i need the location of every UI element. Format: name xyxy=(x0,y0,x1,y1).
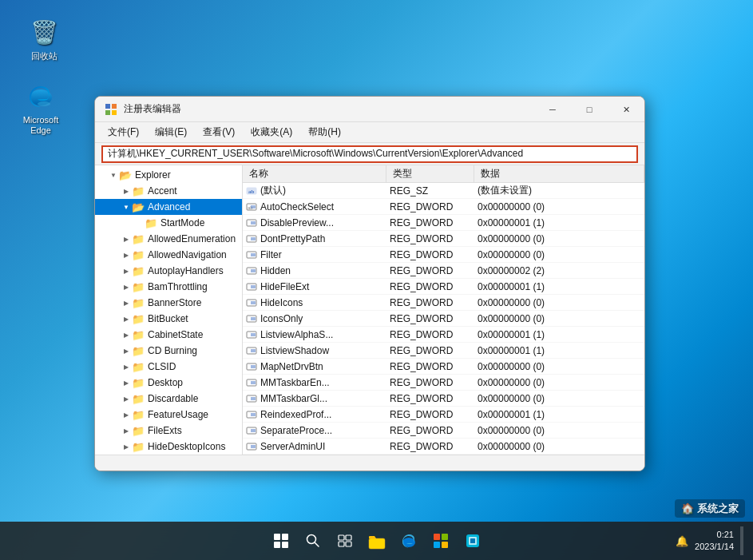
svg-rect-48 xyxy=(346,535,351,540)
value-row-separateproce[interactable]: SeparateProce... REG_DWORD 0x00000000 (0… xyxy=(243,423,644,439)
edge-image xyxy=(25,80,57,112)
value-row-hideicons[interactable]: HideIcons REG_DWORD 0x00000000 (0) xyxy=(243,295,644,311)
tree-item-featureusage[interactable]: ▶ 📁 FeatureUsage xyxy=(95,407,242,423)
tree-item-fileexts[interactable]: ▶ 📁 FileExts xyxy=(95,423,242,439)
svg-rect-24 xyxy=(251,317,256,320)
menu-edit[interactable]: 编辑(E) xyxy=(149,123,193,141)
tree-item-allowednavigation[interactable]: ▶ 📁 AllowedNavigation xyxy=(95,247,242,263)
reg-dword-icon-3 xyxy=(246,233,257,244)
tree-item-bamthrottling[interactable]: ▶ 📁 BamThrottling xyxy=(95,279,242,295)
explorer-taskbar-button[interactable] xyxy=(363,526,391,555)
svg-line-46 xyxy=(315,542,319,546)
svg-rect-38 xyxy=(251,429,256,432)
tree-item-allowedenumeration[interactable]: ▶ 📁 AllowedEnumeration xyxy=(95,231,242,247)
value-row-hidden[interactable]: Hidden REG_DWORD 0x00000002 (2) xyxy=(243,263,644,279)
col-data-header[interactable]: 数据 xyxy=(474,165,644,182)
taskview-button[interactable] xyxy=(331,526,359,555)
value-row-mmtasKbaren[interactable]: MMTaskbarEn... REG_DWORD 0x00000000 (0) xyxy=(243,375,644,391)
svg-point-1 xyxy=(38,101,50,106)
address-input[interactable] xyxy=(101,145,638,163)
notification-icon[interactable]: 🔔 xyxy=(676,535,688,547)
clock-date: 2023/1/14 xyxy=(695,541,734,553)
reg-dword-icon-11 xyxy=(246,361,257,372)
tree-item-clsid[interactable]: ▶ 📁 CLSID xyxy=(95,359,242,375)
reg-dword-icon-15 xyxy=(246,425,257,436)
edge-taskbar-button[interactable] xyxy=(394,526,423,555)
tree-item-explorer[interactable]: ▼ 📂 Explorer xyxy=(95,167,242,183)
svg-rect-3 xyxy=(112,104,117,109)
svg-rect-26 xyxy=(251,333,256,336)
tree-item-bannerstore[interactable]: ▶ 📁 BannerStore xyxy=(95,295,242,311)
svg-rect-40 xyxy=(251,445,256,448)
value-row-mmtaskbargl[interactable]: MMTaskbarGl... REG_DWORD 0x00000000 (0) xyxy=(243,391,644,407)
recycle-bin-icon[interactable]: 🗑️ 回收站 xyxy=(16,16,72,62)
value-row-default[interactable]: ab (默认) REG_SZ (数值未设置) xyxy=(243,183,644,199)
menu-help[interactable]: 帮助(H) xyxy=(302,123,347,141)
svg-rect-36 xyxy=(251,413,256,416)
svg-rect-56 xyxy=(442,542,448,548)
tree-item-hidedesktopicons[interactable]: ▶ 📁 HideDesktopIcons xyxy=(95,439,242,455)
svg-rect-10 xyxy=(251,205,256,209)
svg-rect-54 xyxy=(442,534,448,540)
reg-dword-icon-2 xyxy=(246,217,257,228)
taskbar-center xyxy=(267,526,487,555)
recycle-bin-image: 🗑️ xyxy=(28,16,60,48)
tree-item-cdburning[interactable]: ▶ 📁 CD Burning xyxy=(95,343,242,359)
svg-rect-5 xyxy=(112,110,117,115)
tree-item-desktop2[interactable]: ▶ 📁 Desktop xyxy=(95,375,242,391)
tree-panel: ▼ 📂 Explorer ▶ 📁 Accent ▼ 📂 Advanced xyxy=(95,165,243,455)
start-button[interactable] xyxy=(267,526,295,555)
reg-dword-icon-4 xyxy=(246,249,257,260)
content-area: ▼ 📂 Explorer ▶ 📁 Accent ▼ 📂 Advanced xyxy=(95,165,644,455)
tree-item-autoplayhandlers[interactable]: ▶ 📁 AutoplayHandlers xyxy=(95,263,242,279)
value-row-filter[interactable]: Filter REG_DWORD 0x00000000 (0) xyxy=(243,247,644,263)
tree-item-startmode[interactable]: 📁 StartMode xyxy=(95,215,242,231)
value-row-listviewalphas[interactable]: ListviewAlphaS... REG_DWORD 0x00000001 (… xyxy=(243,327,644,343)
menu-favorites[interactable]: 收藏夹(A) xyxy=(244,123,299,141)
svg-rect-34 xyxy=(251,397,256,400)
col-type-header[interactable]: 类型 xyxy=(386,165,474,182)
app-taskbar-button[interactable] xyxy=(458,526,487,555)
menu-view[interactable]: 查看(V) xyxy=(196,123,241,141)
minimize-button[interactable]: ─ xyxy=(534,97,571,122)
value-row-dontprettypath[interactable]: DontPrettyPath REG_DWORD 0x00000000 (0) xyxy=(243,231,644,247)
maximize-button[interactable]: □ xyxy=(571,97,608,122)
title-bar: 注册表编辑器 ─ □ ✕ xyxy=(95,97,644,122)
clock-time: 0:21 xyxy=(695,529,734,541)
tree-item-discardable[interactable]: ▶ 📁 Discardable xyxy=(95,391,242,407)
value-row-autochecksele[interactable]: ab AutoCheckSelect REG_DWORD 0x00000000 … xyxy=(243,199,644,215)
value-row-iconsonly[interactable]: IconsOnly REG_DWORD 0x00000000 (0) xyxy=(243,311,644,327)
svg-rect-28 xyxy=(251,349,256,352)
taskbar-clock[interactable]: 0:21 2023/1/14 xyxy=(695,529,734,554)
tree-item-cabinetstate[interactable]: ▶ 📁 CabinetState xyxy=(95,327,242,343)
menu-file[interactable]: 文件(F) xyxy=(101,123,145,141)
store-taskbar-button[interactable] xyxy=(426,526,455,555)
svg-rect-18 xyxy=(251,269,256,272)
close-button[interactable]: ✕ xyxy=(608,97,644,122)
svg-rect-50 xyxy=(346,542,351,546)
value-row-listviewshadow[interactable]: ListviewShadow REG_DWORD 0x00000001 (1) xyxy=(243,343,644,359)
reg-dword-icon-12 xyxy=(246,377,257,388)
svg-rect-2 xyxy=(105,104,110,109)
app-icon xyxy=(105,103,117,116)
value-row-mapnetdrvbtn[interactable]: MapNetDrvBtn REG_DWORD 0x00000000 (0) xyxy=(243,359,644,375)
tree-item-accent[interactable]: ▶ 📁 Accent xyxy=(95,183,242,199)
value-row-hidefileext[interactable]: HideFileExt REG_DWORD 0x00000001 (1) xyxy=(243,279,644,295)
status-bar xyxy=(95,455,644,471)
tree-item-bitbucket[interactable]: ▶ 📁 BitBucket xyxy=(95,311,242,327)
value-row-serveradminui[interactable]: ServerAdminUI REG_DWORD 0x00000000 (0) xyxy=(243,439,644,455)
show-desktop-button[interactable] xyxy=(740,526,743,555)
address-bar xyxy=(95,143,644,165)
value-row-disablepreview[interactable]: DisablePreview... REG_DWORD 0x00000001 (… xyxy=(243,215,644,231)
col-name-header[interactable]: 名称 xyxy=(243,165,386,182)
tree-item-advanced[interactable]: ▼ 📂 Advanced xyxy=(95,199,242,215)
svg-rect-32 xyxy=(251,381,256,384)
values-header: 名称 类型 数据 xyxy=(243,165,644,183)
value-row-reindexedprof[interactable]: ReindexedProf... REG_DWORD 0x00000001 (1… xyxy=(243,407,644,423)
svg-rect-49 xyxy=(339,542,344,546)
edge-label: MicrosoftEdge xyxy=(23,115,59,136)
edge-desktop-icon[interactable]: MicrosoftEdge xyxy=(13,80,69,136)
reg-dword-icon-1: ab xyxy=(246,201,257,212)
svg-rect-53 xyxy=(434,534,440,540)
search-button[interactable] xyxy=(299,526,327,555)
